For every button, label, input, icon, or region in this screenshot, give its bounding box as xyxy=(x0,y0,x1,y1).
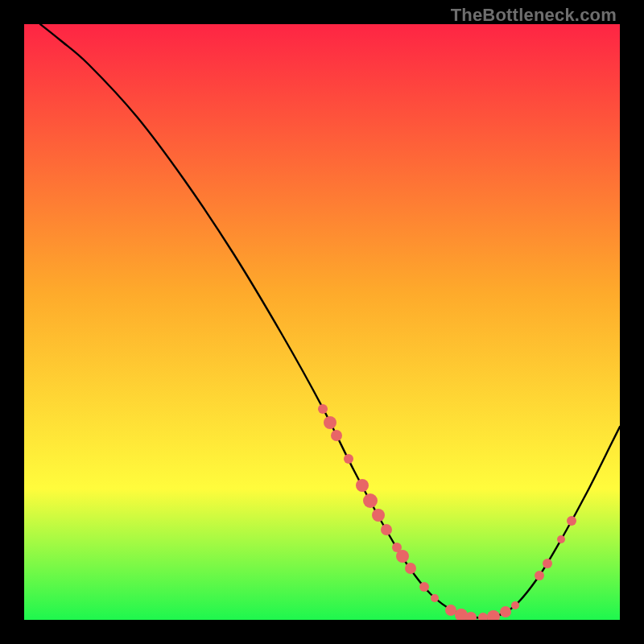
data-marker xyxy=(557,535,565,543)
data-marker xyxy=(543,559,552,568)
attribution-text: TheBottleneck.com xyxy=(451,5,617,26)
data-marker xyxy=(535,571,544,580)
data-marker xyxy=(419,582,429,592)
data-marker xyxy=(381,524,392,535)
chart-svg xyxy=(24,24,620,620)
chart-background xyxy=(24,24,620,620)
data-marker xyxy=(331,430,342,441)
data-marker xyxy=(567,516,576,526)
data-marker xyxy=(500,606,511,617)
data-marker xyxy=(356,479,369,492)
data-marker xyxy=(396,550,409,563)
data-marker xyxy=(511,601,519,609)
chart-frame xyxy=(24,24,620,620)
data-marker xyxy=(445,605,456,616)
data-marker xyxy=(372,509,385,522)
data-marker xyxy=(405,563,416,574)
data-marker xyxy=(318,404,328,414)
data-marker xyxy=(431,594,439,602)
data-marker xyxy=(363,493,378,508)
data-marker xyxy=(324,416,336,429)
data-marker xyxy=(344,454,353,464)
